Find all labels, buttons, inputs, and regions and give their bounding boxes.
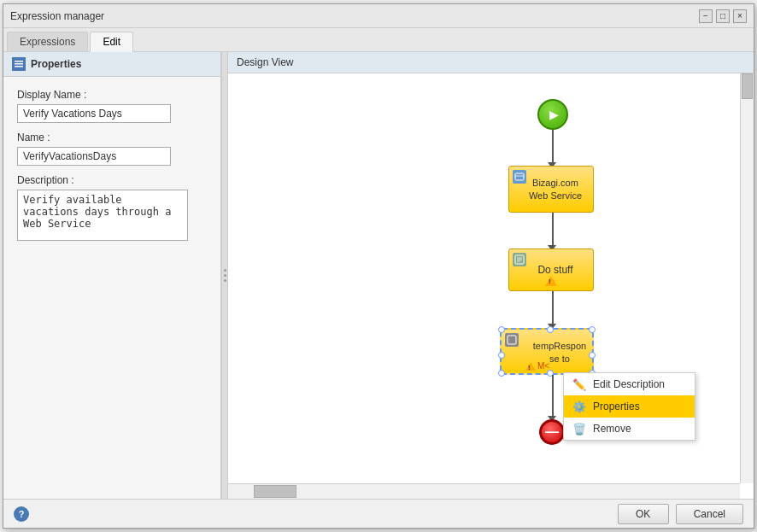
svg-rect-1 bbox=[15, 63, 23, 65]
sel-dot-tc bbox=[547, 326, 554, 333]
minimize-button[interactable]: − bbox=[699, 9, 713, 23]
description-group: Description : Verify available vacations… bbox=[17, 174, 207, 241]
do-stuff-label: Do stuff bbox=[537, 264, 572, 276]
warning-icon-1 bbox=[545, 276, 557, 286]
help-button[interactable]: ? bbox=[14, 506, 29, 522]
context-properties[interactable]: ⚙️ Properties bbox=[564, 395, 695, 418]
sel-dot-tr bbox=[589, 326, 596, 333]
divider-dot-3 bbox=[224, 279, 226, 282]
context-remove[interactable]: 🗑️ Remove bbox=[564, 418, 695, 440]
temp-response-label: tempResponse to bbox=[533, 341, 586, 363]
warning-text: M< bbox=[537, 361, 549, 371]
sel-dot-mr bbox=[589, 352, 596, 359]
divider-dots bbox=[224, 269, 226, 282]
arrow-2 bbox=[552, 213, 554, 247]
temp-response-box[interactable]: tempResponse to M< bbox=[500, 328, 594, 375]
scrollbar-bottom[interactable] bbox=[228, 483, 740, 499]
scrollbar-bottom-thumb[interactable] bbox=[254, 485, 296, 498]
properties-header: Properties bbox=[3, 52, 220, 77]
scrollbar-right-thumb[interactable] bbox=[742, 73, 753, 99]
context-remove-label: Remove bbox=[593, 423, 631, 435]
canvas-area[interactable]: Bizagi.comWeb Service Do s bbox=[228, 73, 754, 499]
divider-dot-1 bbox=[224, 269, 226, 272]
context-edit-desc-label: Edit Description bbox=[593, 378, 665, 390]
start-event[interactable] bbox=[537, 99, 568, 130]
maximize-button[interactable]: □ bbox=[716, 9, 730, 23]
bottom-buttons: OK Cancel bbox=[618, 504, 743, 524]
sel-dot-bl bbox=[498, 370, 505, 377]
remove-icon: 🗑️ bbox=[572, 422, 586, 436]
close-button[interactable]: × bbox=[733, 9, 747, 23]
tab-expressions[interactable]: Expressions bbox=[7, 32, 88, 51]
svg-rect-3 bbox=[515, 173, 524, 180]
bottom-bar: ? OK Cancel bbox=[3, 499, 754, 528]
temp-icon bbox=[505, 333, 519, 347]
description-label: Description : bbox=[17, 174, 207, 186]
left-panel: Properties Display Name : Name : Descrip… bbox=[3, 52, 221, 499]
ws-icon bbox=[513, 170, 526, 184]
tab-edit[interactable]: Edit bbox=[90, 32, 133, 52]
name-label: Name : bbox=[17, 132, 207, 143]
ok-button[interactable]: OK bbox=[618, 504, 669, 524]
name-group: Name : bbox=[17, 132, 207, 166]
panel-divider[interactable] bbox=[221, 52, 228, 499]
ws-task-label: Bizagi.comWeb Service bbox=[529, 177, 582, 202]
window-controls: − □ × bbox=[699, 9, 747, 23]
description-textarea[interactable]: Verify available vacations days through … bbox=[17, 190, 188, 241]
main-window: Expression manager − □ × Expressions Edi… bbox=[3, 3, 754, 529]
context-menu: ✏️ Edit Description ⚙️ Properties 🗑️ Rem… bbox=[563, 372, 695, 441]
warning-icon-2 bbox=[525, 362, 536, 371]
svg-rect-0 bbox=[15, 61, 23, 62]
cancel-button[interactable]: Cancel bbox=[676, 504, 743, 524]
task-icon bbox=[513, 253, 526, 266]
arrow-1 bbox=[552, 130, 554, 164]
properties-menu-icon: ⚙️ bbox=[572, 400, 586, 413]
context-properties-label: Properties bbox=[593, 400, 640, 412]
divider-dot-2 bbox=[224, 274, 226, 277]
name-input[interactable] bbox=[17, 147, 171, 166]
right-panel: Design View Bizagi.comWeb Service bbox=[228, 52, 754, 499]
properties-title: Properties bbox=[31, 58, 81, 70]
title-bar: Expression manager − □ × bbox=[3, 4, 754, 28]
window-title: Expression manager bbox=[10, 10, 104, 22]
display-name-group: Display Name : bbox=[17, 89, 207, 123]
design-view-header: Design View bbox=[228, 52, 754, 73]
svg-rect-9 bbox=[508, 336, 516, 344]
scrollbar-right[interactable] bbox=[740, 73, 754, 483]
main-content: Properties Display Name : Name : Descrip… bbox=[3, 52, 754, 499]
sel-dot-tl bbox=[498, 326, 505, 333]
properties-form: Display Name : Name : Description : Veri… bbox=[3, 77, 220, 253]
tabs-bar: Expressions Edit bbox=[3, 28, 754, 52]
display-name-input[interactable] bbox=[17, 104, 171, 123]
svg-rect-2 bbox=[15, 66, 23, 67]
sel-dot-ml bbox=[498, 352, 505, 359]
do-stuff-box[interactable]: Do stuff bbox=[508, 248, 594, 291]
arrow-4 bbox=[552, 375, 554, 418]
context-edit-desc[interactable]: ✏️ Edit Description bbox=[564, 373, 695, 395]
arrow-3 bbox=[552, 291, 554, 325]
properties-icon bbox=[12, 57, 26, 71]
edit-desc-icon: ✏️ bbox=[572, 377, 586, 391]
end-event[interactable] bbox=[539, 419, 565, 445]
ws-task-box[interactable]: Bizagi.comWeb Service bbox=[508, 166, 594, 213]
display-name-label: Display Name : bbox=[17, 89, 207, 101]
